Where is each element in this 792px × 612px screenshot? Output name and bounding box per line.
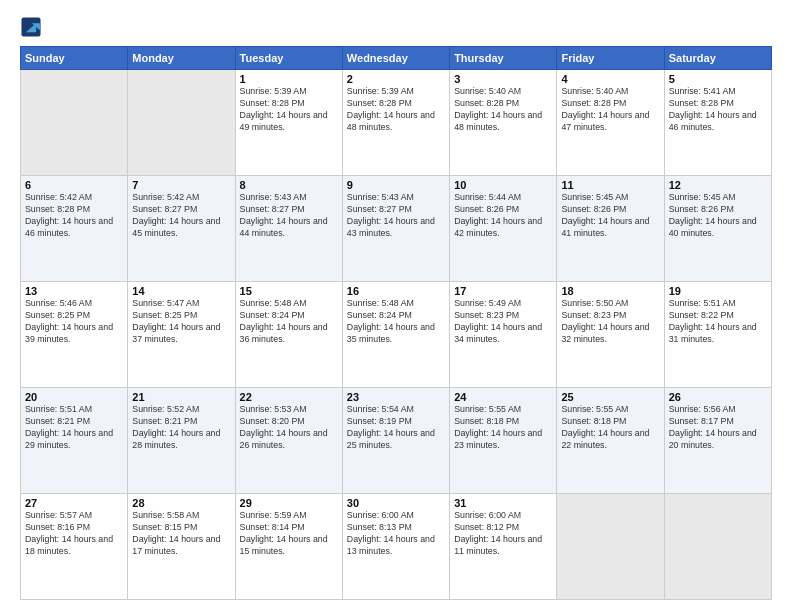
day-detail: Sunrise: 5:42 AM Sunset: 8:27 PM Dayligh… bbox=[132, 192, 230, 240]
weekday-header: Tuesday bbox=[235, 47, 342, 70]
day-number: 27 bbox=[25, 497, 123, 509]
day-detail: Sunrise: 5:46 AM Sunset: 8:25 PM Dayligh… bbox=[25, 298, 123, 346]
page: SundayMondayTuesdayWednesdayThursdayFrid… bbox=[0, 0, 792, 612]
calendar-cell: 19Sunrise: 5:51 AM Sunset: 8:22 PM Dayli… bbox=[664, 282, 771, 388]
calendar-cell: 12Sunrise: 5:45 AM Sunset: 8:26 PM Dayli… bbox=[664, 176, 771, 282]
calendar-week-row: 13Sunrise: 5:46 AM Sunset: 8:25 PM Dayli… bbox=[21, 282, 772, 388]
calendar-cell: 16Sunrise: 5:48 AM Sunset: 8:24 PM Dayli… bbox=[342, 282, 449, 388]
calendar-cell: 23Sunrise: 5:54 AM Sunset: 8:19 PM Dayli… bbox=[342, 388, 449, 494]
day-detail: Sunrise: 5:59 AM Sunset: 8:14 PM Dayligh… bbox=[240, 510, 338, 558]
calendar-table: SundayMondayTuesdayWednesdayThursdayFrid… bbox=[20, 46, 772, 600]
day-detail: Sunrise: 6:00 AM Sunset: 8:12 PM Dayligh… bbox=[454, 510, 552, 558]
day-detail: Sunrise: 5:55 AM Sunset: 8:18 PM Dayligh… bbox=[561, 404, 659, 452]
day-detail: Sunrise: 5:51 AM Sunset: 8:21 PM Dayligh… bbox=[25, 404, 123, 452]
day-number: 13 bbox=[25, 285, 123, 297]
weekday-header: Saturday bbox=[664, 47, 771, 70]
day-detail: Sunrise: 5:42 AM Sunset: 8:28 PM Dayligh… bbox=[25, 192, 123, 240]
calendar-week-row: 6Sunrise: 5:42 AM Sunset: 8:28 PM Daylig… bbox=[21, 176, 772, 282]
day-detail: Sunrise: 5:45 AM Sunset: 8:26 PM Dayligh… bbox=[561, 192, 659, 240]
logo-icon bbox=[20, 16, 42, 38]
calendar-cell: 15Sunrise: 5:48 AM Sunset: 8:24 PM Dayli… bbox=[235, 282, 342, 388]
day-number: 9 bbox=[347, 179, 445, 191]
day-detail: Sunrise: 5:53 AM Sunset: 8:20 PM Dayligh… bbox=[240, 404, 338, 452]
day-number: 14 bbox=[132, 285, 230, 297]
day-detail: Sunrise: 5:50 AM Sunset: 8:23 PM Dayligh… bbox=[561, 298, 659, 346]
day-number: 20 bbox=[25, 391, 123, 403]
day-number: 3 bbox=[454, 73, 552, 85]
day-number: 28 bbox=[132, 497, 230, 509]
day-number: 24 bbox=[454, 391, 552, 403]
calendar-cell bbox=[21, 70, 128, 176]
day-number: 16 bbox=[347, 285, 445, 297]
day-number: 22 bbox=[240, 391, 338, 403]
calendar-cell: 6Sunrise: 5:42 AM Sunset: 8:28 PM Daylig… bbox=[21, 176, 128, 282]
weekday-header-row: SundayMondayTuesdayWednesdayThursdayFrid… bbox=[21, 47, 772, 70]
calendar-cell: 26Sunrise: 5:56 AM Sunset: 8:17 PM Dayli… bbox=[664, 388, 771, 494]
day-detail: Sunrise: 5:51 AM Sunset: 8:22 PM Dayligh… bbox=[669, 298, 767, 346]
calendar-cell: 3Sunrise: 5:40 AM Sunset: 8:28 PM Daylig… bbox=[450, 70, 557, 176]
day-detail: Sunrise: 5:48 AM Sunset: 8:24 PM Dayligh… bbox=[240, 298, 338, 346]
day-number: 18 bbox=[561, 285, 659, 297]
header bbox=[20, 16, 772, 38]
calendar-cell: 8Sunrise: 5:43 AM Sunset: 8:27 PM Daylig… bbox=[235, 176, 342, 282]
day-detail: Sunrise: 5:49 AM Sunset: 8:23 PM Dayligh… bbox=[454, 298, 552, 346]
day-detail: Sunrise: 5:57 AM Sunset: 8:16 PM Dayligh… bbox=[25, 510, 123, 558]
calendar-cell bbox=[128, 70, 235, 176]
weekday-header: Friday bbox=[557, 47, 664, 70]
day-detail: Sunrise: 5:41 AM Sunset: 8:28 PM Dayligh… bbox=[669, 86, 767, 134]
day-detail: Sunrise: 5:39 AM Sunset: 8:28 PM Dayligh… bbox=[347, 86, 445, 134]
calendar-cell bbox=[557, 494, 664, 600]
calendar-week-row: 1Sunrise: 5:39 AM Sunset: 8:28 PM Daylig… bbox=[21, 70, 772, 176]
calendar-cell: 11Sunrise: 5:45 AM Sunset: 8:26 PM Dayli… bbox=[557, 176, 664, 282]
calendar-cell: 2Sunrise: 5:39 AM Sunset: 8:28 PM Daylig… bbox=[342, 70, 449, 176]
day-number: 30 bbox=[347, 497, 445, 509]
day-detail: Sunrise: 5:54 AM Sunset: 8:19 PM Dayligh… bbox=[347, 404, 445, 452]
calendar-cell: 25Sunrise: 5:55 AM Sunset: 8:18 PM Dayli… bbox=[557, 388, 664, 494]
day-detail: Sunrise: 5:44 AM Sunset: 8:26 PM Dayligh… bbox=[454, 192, 552, 240]
calendar-cell: 20Sunrise: 5:51 AM Sunset: 8:21 PM Dayli… bbox=[21, 388, 128, 494]
calendar-cell: 30Sunrise: 6:00 AM Sunset: 8:13 PM Dayli… bbox=[342, 494, 449, 600]
calendar-cell: 21Sunrise: 5:52 AM Sunset: 8:21 PM Dayli… bbox=[128, 388, 235, 494]
day-number: 17 bbox=[454, 285, 552, 297]
calendar-cell: 1Sunrise: 5:39 AM Sunset: 8:28 PM Daylig… bbox=[235, 70, 342, 176]
day-number: 11 bbox=[561, 179, 659, 191]
calendar-cell: 24Sunrise: 5:55 AM Sunset: 8:18 PM Dayli… bbox=[450, 388, 557, 494]
day-number: 19 bbox=[669, 285, 767, 297]
day-number: 7 bbox=[132, 179, 230, 191]
day-number: 4 bbox=[561, 73, 659, 85]
day-detail: Sunrise: 5:40 AM Sunset: 8:28 PM Dayligh… bbox=[561, 86, 659, 134]
calendar-cell bbox=[664, 494, 771, 600]
calendar-cell: 10Sunrise: 5:44 AM Sunset: 8:26 PM Dayli… bbox=[450, 176, 557, 282]
weekday-header: Thursday bbox=[450, 47, 557, 70]
day-number: 1 bbox=[240, 73, 338, 85]
calendar-cell: 13Sunrise: 5:46 AM Sunset: 8:25 PM Dayli… bbox=[21, 282, 128, 388]
day-detail: Sunrise: 6:00 AM Sunset: 8:13 PM Dayligh… bbox=[347, 510, 445, 558]
calendar-week-row: 20Sunrise: 5:51 AM Sunset: 8:21 PM Dayli… bbox=[21, 388, 772, 494]
calendar-cell: 29Sunrise: 5:59 AM Sunset: 8:14 PM Dayli… bbox=[235, 494, 342, 600]
day-detail: Sunrise: 5:52 AM Sunset: 8:21 PM Dayligh… bbox=[132, 404, 230, 452]
day-number: 25 bbox=[561, 391, 659, 403]
day-number: 10 bbox=[454, 179, 552, 191]
calendar-cell: 31Sunrise: 6:00 AM Sunset: 8:12 PM Dayli… bbox=[450, 494, 557, 600]
day-number: 21 bbox=[132, 391, 230, 403]
calendar-cell: 17Sunrise: 5:49 AM Sunset: 8:23 PM Dayli… bbox=[450, 282, 557, 388]
calendar-cell: 22Sunrise: 5:53 AM Sunset: 8:20 PM Dayli… bbox=[235, 388, 342, 494]
day-number: 29 bbox=[240, 497, 338, 509]
calendar-cell: 5Sunrise: 5:41 AM Sunset: 8:28 PM Daylig… bbox=[664, 70, 771, 176]
day-number: 5 bbox=[669, 73, 767, 85]
day-number: 12 bbox=[669, 179, 767, 191]
calendar-cell: 27Sunrise: 5:57 AM Sunset: 8:16 PM Dayli… bbox=[21, 494, 128, 600]
day-number: 23 bbox=[347, 391, 445, 403]
calendar-week-row: 27Sunrise: 5:57 AM Sunset: 8:16 PM Dayli… bbox=[21, 494, 772, 600]
day-number: 26 bbox=[669, 391, 767, 403]
day-number: 8 bbox=[240, 179, 338, 191]
day-detail: Sunrise: 5:56 AM Sunset: 8:17 PM Dayligh… bbox=[669, 404, 767, 452]
day-detail: Sunrise: 5:48 AM Sunset: 8:24 PM Dayligh… bbox=[347, 298, 445, 346]
day-detail: Sunrise: 5:43 AM Sunset: 8:27 PM Dayligh… bbox=[347, 192, 445, 240]
day-number: 6 bbox=[25, 179, 123, 191]
weekday-header: Monday bbox=[128, 47, 235, 70]
day-detail: Sunrise: 5:55 AM Sunset: 8:18 PM Dayligh… bbox=[454, 404, 552, 452]
calendar-cell: 28Sunrise: 5:58 AM Sunset: 8:15 PM Dayli… bbox=[128, 494, 235, 600]
logo bbox=[20, 16, 44, 38]
day-detail: Sunrise: 5:45 AM Sunset: 8:26 PM Dayligh… bbox=[669, 192, 767, 240]
